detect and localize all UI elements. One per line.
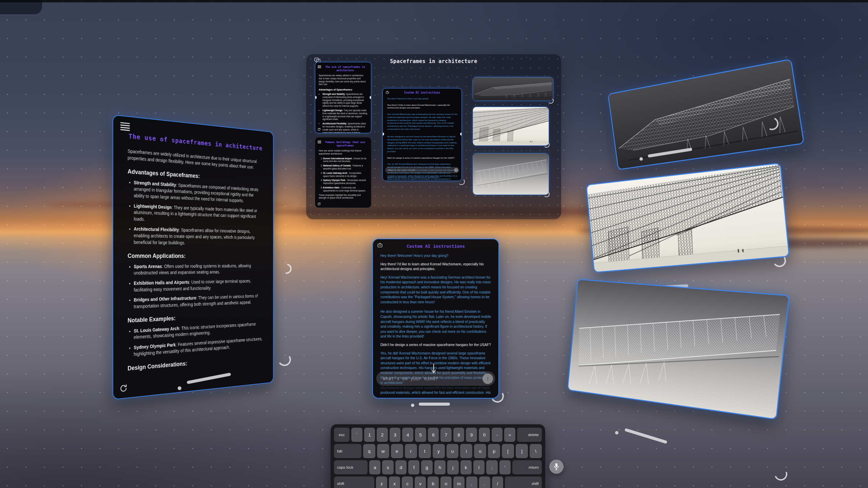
key-;[interactable]: ; <box>486 460 497 474</box>
key-y[interactable]: y <box>433 444 445 458</box>
key-e[interactable]: e <box>391 444 403 458</box>
key-m[interactable]: m <box>453 476 465 488</box>
key-r[interactable]: r <box>405 444 417 458</box>
key-`[interactable]: ` <box>351 428 362 442</box>
key-o[interactable]: o <box>474 444 486 458</box>
mini-image-truss-drawing[interactable] <box>473 153 549 195</box>
key-return[interactable]: return <box>512 460 542 474</box>
selection-handle-left[interactable] <box>382 133 384 136</box>
menu-icon[interactable] <box>318 65 321 68</box>
key-6[interactable]: 6 <box>428 428 439 442</box>
key-w[interactable]: w <box>377 444 389 458</box>
key--[interactable]: - <box>492 428 503 442</box>
mini-note-famous-buildings[interactable]: Famous buildings that use spaceframes He… <box>315 137 371 208</box>
note-outro: These examples highlight the versatility… <box>319 194 368 200</box>
mini-image-hangar-photo[interactable] <box>473 107 549 146</box>
key-d[interactable]: d <box>395 460 407 474</box>
resize-arc[interactable] <box>458 178 465 185</box>
key-f[interactable]: f <box>408 460 419 474</box>
key-v[interactable]: v <box>415 476 426 488</box>
key-caps-lock[interactable]: caps lock <box>334 460 368 474</box>
key-9[interactable]: 9 <box>466 428 477 442</box>
key-j[interactable]: j <box>447 460 458 474</box>
pointer-cursor-icon <box>431 363 436 373</box>
key-x[interactable]: x <box>389 476 400 488</box>
note-list-item: National Gallery of Canada - Features a … <box>323 164 368 170</box>
key-5[interactable]: 5 <box>415 428 426 442</box>
mini-note-spaceframes[interactable]: The use of spaceframes in achitecture Sp… <box>315 62 371 133</box>
menu-icon[interactable] <box>318 141 321 143</box>
key-i[interactable]: i <box>460 444 472 458</box>
chat-title: Custom AI instructions <box>373 244 498 249</box>
mini-chat-input[interactable]: What's on your mind? ↑ <box>385 167 459 173</box>
key-n[interactable]: n <box>440 476 452 488</box>
key-c[interactable]: c <box>402 476 413 488</box>
note-bullet: Bridges and Other Infrastructure: They c… <box>134 293 263 310</box>
chat-overflow-text: Wachsmann's designs were noteworthy for … <box>380 386 493 390</box>
mini-note-title: Famous buildings that use spaceframes <box>323 141 368 147</box>
chat-panel-custom-ai[interactable]: Custom AI instructions Hey there! Welcom… <box>372 239 499 399</box>
key-b[interactable]: b <box>428 476 439 488</box>
key-h[interactable]: h <box>434 460 446 474</box>
key-=[interactable]: = <box>504 428 515 442</box>
key-tab[interactable]: tab <box>334 444 361 458</box>
key-0[interactable]: 0 <box>479 428 490 442</box>
key-7[interactable]: 7 <box>440 428 452 442</box>
window-dot-handle[interactable] <box>639 157 643 161</box>
refresh-icon[interactable] <box>317 128 321 131</box>
refresh-icon[interactable] <box>317 202 321 206</box>
window-dot-handle[interactable] <box>178 386 181 390</box>
menu-icon[interactable] <box>120 122 130 131</box>
minimap-overview-panel[interactable]: Spaceframes in architecture The use of s… <box>306 54 561 219</box>
key-8[interactable]: 8 <box>453 428 465 442</box>
key-shift[interactable]: shift <box>334 476 374 488</box>
note-panel-spaceframes[interactable]: The use of spaceframes in achitecture Sp… <box>113 115 274 400</box>
chat-input[interactable]: What's on your mind? ↑ <box>376 371 495 386</box>
key-shift[interactable]: shift <box>505 476 542 488</box>
virtual-keyboard[interactable]: esc`1234567890-=deletetabqwertyuiop[]\ca… <box>331 424 545 488</box>
selection-handle-right[interactable] <box>370 96 371 99</box>
chat-placeholder: What's on your mind? <box>383 376 438 381</box>
mini-image-wireframe-hangar[interactable] <box>473 77 553 101</box>
note-list-item: Denver International Airport - Known for… <box>323 157 368 163</box>
key-\[interactable]: \ <box>530 444 542 458</box>
key-][interactable]: ] <box>516 444 528 458</box>
resize-arc[interactable] <box>548 98 554 104</box>
key-u[interactable]: u <box>447 444 459 458</box>
mini-chat-panel[interactable]: Custom AI instructions Hey there! Welcom… <box>382 88 462 181</box>
send-button[interactable]: ↑ <box>454 168 458 172</box>
key-[[interactable]: [ <box>502 444 514 458</box>
key-k[interactable]: k <box>460 460 472 474</box>
send-button[interactable]: ↑ <box>482 373 493 384</box>
key-4[interactable]: 4 <box>402 428 413 442</box>
mini-chat-title: Custom AI instructions <box>383 91 461 94</box>
key-z[interactable]: z <box>376 476 387 488</box>
window-dot-handle[interactable] <box>615 431 618 434</box>
key-delete[interactable]: delete <box>517 428 542 442</box>
key-p[interactable]: p <box>488 444 500 458</box>
resize-arc[interactable] <box>544 191 550 197</box>
key-a[interactable]: a <box>369 460 380 474</box>
chat-overflow-text: produced materials, which allowed for fa… <box>380 391 493 394</box>
key-l[interactable]: l <box>473 460 485 474</box>
window-move-bar[interactable] <box>419 403 450 406</box>
microphone-button[interactable] <box>549 460 564 474</box>
selection-handle-left[interactable] <box>315 96 317 99</box>
key-g[interactable]: g <box>421 460 432 474</box>
key-esc[interactable]: esc <box>334 428 350 442</box>
window-dot-handle[interactable] <box>411 404 414 407</box>
key-,[interactable]: , <box>466 476 477 488</box>
key-.[interactable]: . <box>479 476 490 488</box>
note-intro: Here are some notable buildings that fea… <box>319 149 368 156</box>
key-/[interactable]: / <box>492 476 503 488</box>
selection-handle-right[interactable] <box>460 133 462 136</box>
key-'[interactable]: ' <box>499 460 511 474</box>
key-q[interactable]: q <box>363 444 375 458</box>
key-s[interactable]: s <box>382 460 393 474</box>
key-3[interactable]: 3 <box>390 428 401 442</box>
key-1[interactable]: 1 <box>364 428 375 442</box>
key-t[interactable]: t <box>419 444 431 458</box>
resize-arc[interactable] <box>544 142 550 148</box>
key-2[interactable]: 2 <box>377 428 388 442</box>
refresh-icon[interactable] <box>119 384 127 393</box>
